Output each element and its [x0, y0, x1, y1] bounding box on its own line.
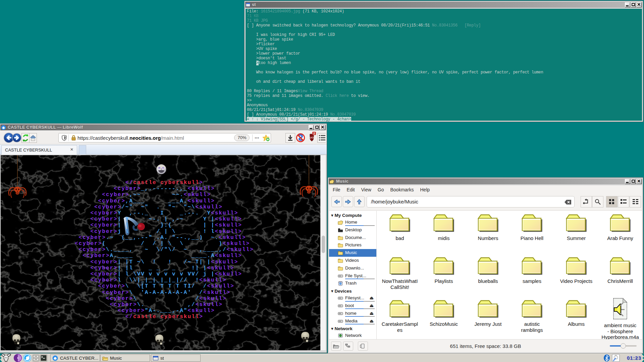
svg-text:2: 2 [313, 132, 315, 135]
svg-text:UO: UO [310, 136, 314, 139]
